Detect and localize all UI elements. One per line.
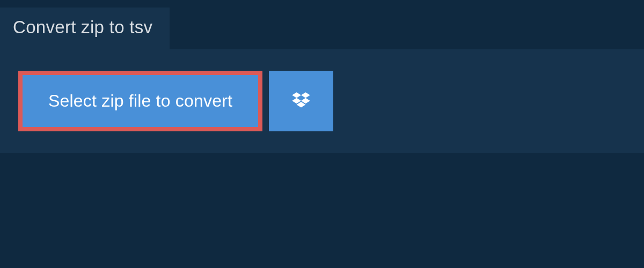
- tab-title: Convert zip to tsv: [13, 17, 152, 37]
- tab-convert-zip-to-tsv[interactable]: Convert zip to tsv: [0, 8, 170, 49]
- button-row: Select zip file to convert: [18, 71, 626, 131]
- dropbox-icon: [290, 90, 312, 113]
- convert-panel: Select zip file to convert: [0, 49, 644, 153]
- svg-marker-0: [292, 92, 301, 98]
- tab-bar: Convert zip to tsv: [0, 0, 644, 49]
- select-file-label: Select zip file to convert: [48, 91, 232, 111]
- dropbox-button[interactable]: [269, 71, 333, 131]
- svg-marker-3: [301, 98, 310, 103]
- svg-marker-1: [301, 92, 310, 98]
- svg-marker-2: [292, 98, 301, 103]
- select-file-button[interactable]: Select zip file to convert: [18, 71, 262, 131]
